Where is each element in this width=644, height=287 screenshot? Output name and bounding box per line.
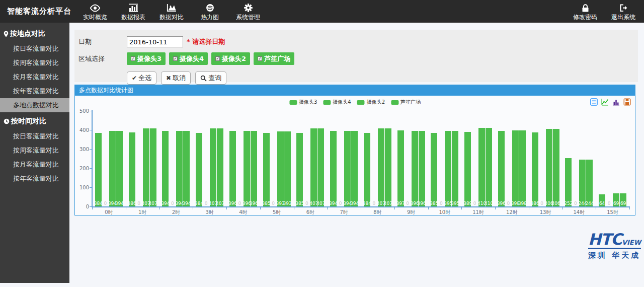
bar-摄像头2-14时[interactable] [579,160,586,206]
area-chart-icon [167,3,177,12]
bar-芦笙广场-13时[interactable] [553,129,559,206]
legend-item-4[interactable]: 芦笙广场 [391,99,421,106]
bar-value-label: 0 [540,201,543,206]
nav-item-4[interactable]: 热力图 [194,2,225,22]
legend-item-1[interactable]: 摄像头3 [289,99,317,106]
bar-摄像头2-5时[interactable] [277,131,284,206]
checkbox-icon[interactable]: ✓ [173,56,178,61]
bar-芦笙广场-0时[interactable] [116,131,123,206]
legend-swatch-icon [323,100,331,105]
bar-value-label: 0 [205,201,208,206]
region-toggle-3[interactable]: ✓摄像头2 [211,52,250,65]
region-toggle-2[interactable]: ✓摄像头4 [169,52,208,65]
line-chart-icon[interactable] [601,98,609,106]
bar-摄像头3-6时[interactable] [296,133,303,206]
x-tick-label: 13时 [540,209,551,216]
bar-摄像头2-3时[interactable] [210,128,216,206]
sidebar-item-2-1[interactable]: 按日客流量对比 [0,129,69,144]
bar-摄像头3-13时[interactable] [532,132,538,206]
sidebar-item-2-2[interactable]: 按周客流量对比 [0,144,69,158]
bar-芦笙广场-1时[interactable] [150,128,156,206]
bar-芦笙广场-14时[interactable] [586,160,593,206]
bar-摄像头2-12时[interactable] [512,130,519,206]
x-axis-tick [126,207,126,209]
bar-芦笙广场-11时[interactable] [486,128,492,206]
bar-芦笙广场-5时[interactable] [284,131,291,206]
legend-swatch-icon [357,100,365,105]
bar-摄像头2-9时[interactable] [412,131,418,206]
bar-摄像头3-9时[interactable] [397,130,404,206]
sidebar-item-1-1[interactable]: 按日客流量对比 [0,42,69,56]
bar-摄像头3-11时[interactable] [464,132,471,206]
select-all-button[interactable]: ✔ 全选 [127,71,156,85]
checkbox-icon[interactable]: ✓ [131,56,135,61]
bar-芦笙广场-9时[interactable] [419,131,425,206]
bar-摄像头3-1时[interactable] [129,132,135,206]
sidebar-item-2-3[interactable]: 按月客流量对比 [0,158,69,172]
bar-摄像头3-14时[interactable] [565,158,572,206]
nav-item-label: 数据报表 [121,13,145,22]
bar-摄像头3-7时[interactable] [330,131,337,206]
bar-摄像头3-3时[interactable] [196,133,202,206]
nav-item-5[interactable]: 系统管理 [232,2,264,22]
bar-芦笙广场-7时[interactable] [351,131,358,206]
bar-value-label: 0 [272,201,275,206]
lock-icon [582,3,589,12]
sidebar-item-1-5[interactable]: 多地点数据对比 [0,98,69,112]
nav-item-3[interactable]: 数据对比 [156,2,187,22]
top-action-1[interactable]: 修改密码 [570,2,601,22]
bar-chart-icon[interactable] [612,98,620,106]
bar-摄像头2-8时[interactable] [378,128,384,206]
bar-摄像头2-11时[interactable] [478,128,485,206]
x-axis-tick [226,207,227,209]
bar-摄像头3-0时[interactable] [95,133,102,206]
bar-value-label: 0 [137,201,140,206]
bar-摄像头2-10时[interactable] [445,131,451,206]
x-axis-tick [495,207,496,209]
bar-芦笙广场-2时[interactable] [183,131,190,206]
bar-芦笙广场-6时[interactable] [317,128,324,206]
bar-value-label: 396 [497,201,506,206]
region-toggle-1[interactable]: ✓摄像头3 [127,52,166,65]
bar-摄像头2-13时[interactable] [546,129,552,206]
bar-摄像头2-1时[interactable] [143,128,149,206]
bar-摄像头3-12时[interactable] [498,131,505,206]
sidebar-item-1-3[interactable]: 按月客流量对比 [0,70,69,84]
legend-swatch-icon [391,100,398,105]
nav-item-2[interactable]: 数据报表 [118,2,149,22]
bar-摄像头3-8时[interactable] [364,133,370,206]
bar-摄像头3-10时[interactable] [431,133,437,206]
sidebar-item-1-4[interactable]: 按年客流量对比 [0,84,69,98]
sidebar-item-2-4[interactable]: 按年客流量对比 [0,172,69,186]
logo-subtitle: 深圳 华天成 [588,251,641,260]
date-input[interactable] [127,36,183,47]
bar-芦笙广场-10时[interactable] [452,131,458,206]
bar-摄像头3-2时[interactable] [162,131,169,206]
sidebar-item-1-2[interactable]: 按周客流量对比 [0,56,69,70]
top-action-label: 修改密码 [573,13,597,22]
bar-摄像头2-6时[interactable] [310,128,317,206]
bar-芦笙广场-4时[interactable] [251,131,257,206]
bar-芦笙广场-8时[interactable] [385,128,391,206]
checkbox-icon[interactable]: ✓ [258,56,262,61]
x-axis-tick [92,207,93,209]
legend-item-3[interactable]: 摄像头2 [357,99,385,106]
region-toggle-4[interactable]: ✓芦笙广场 [254,52,294,65]
save-image-icon[interactable] [623,98,631,106]
bar-芦笙广场-12时[interactable] [519,130,526,206]
bar-摄像头2-0时[interactable] [109,131,116,206]
nav-item-1[interactable]: 实时概览 [79,2,111,22]
bar-摄像头2-2时[interactable] [176,131,183,206]
query-button[interactable]: 查询 [195,71,226,85]
checkbox-icon[interactable]: ✓ [215,56,220,61]
top-action-2[interactable]: 退出系统 [608,2,639,22]
bar-摄像头2-7时[interactable] [344,131,351,206]
bar-摄像头2-4时[interactable] [244,131,250,206]
bar-摄像头3-4时[interactable] [229,131,236,206]
bar-摄像头3-5时[interactable] [263,133,270,206]
cancel-button[interactable]: ✖ 取消 [161,71,191,85]
bar-芦笙广场-3时[interactable] [217,128,223,206]
bar-value-label: 384 [195,201,203,206]
data-view-icon[interactable] [590,98,598,106]
legend-item-2[interactable]: 摄像头4 [323,99,351,106]
